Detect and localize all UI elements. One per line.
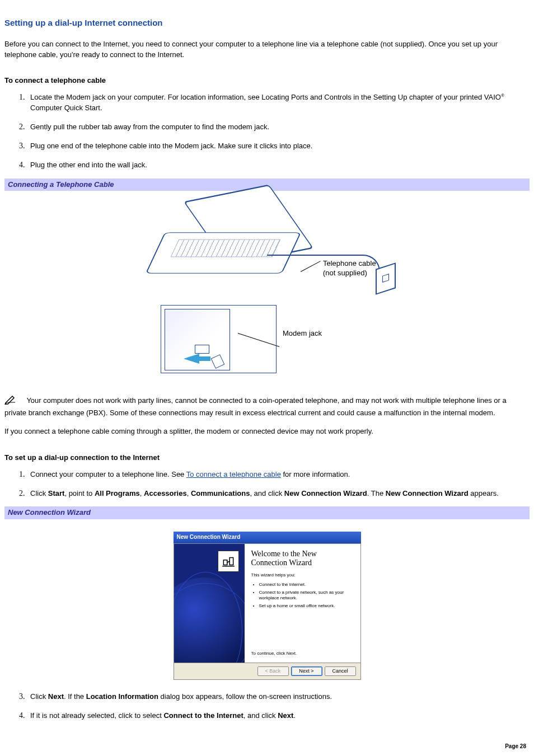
cable-label: Telephone cable (not supplied) — [323, 259, 376, 278]
registered-mark: ® — [501, 93, 504, 98]
splitter-paragraph: If you connect a telephone cable coming … — [4, 426, 530, 437]
list-item: Plug one end of the telephone cable into… — [27, 140, 530, 152]
pencil-note-icon — [4, 395, 17, 408]
section-connect-cable-heading: To connect a telephone cable — [4, 76, 530, 86]
wizard-subtext: This wizard helps you: — [251, 572, 355, 579]
wizard-continue-text: To continue, click Next. — [251, 650, 297, 657]
wall-jack-icon — [376, 262, 396, 295]
list-item: Locate the Modem jack on your computer. … — [27, 92, 530, 114]
wizard-titlebar: New Connection Wizard — [174, 532, 361, 543]
back-button[interactable]: < Back — [257, 666, 289, 676]
list-item: Connect your computer to a telephone lin… — [27, 469, 530, 480]
link-connect-telephone-cable[interactable]: To connect a telephone cable — [186, 470, 281, 478]
dialup-steps-continued: Click Next. If the Location Information … — [4, 691, 530, 721]
figure-wizard-screenshot: New Connection Wizard Welcome to the New… — [4, 519, 530, 691]
wizard-button-row: < Back Next > Cancel — [174, 663, 361, 680]
connect-cable-steps: Locate the Modem jack on your computer. … — [4, 92, 530, 170]
cancel-button[interactable]: Cancel — [325, 666, 356, 676]
section-dialup-heading: To set up a dial-up connection to the In… — [4, 453, 530, 463]
list-item: Gently pull the rubber tab away from the… — [27, 121, 530, 133]
intro-paragraph: Before you can connect to the Internet, … — [4, 39, 530, 60]
list-item: Click Start, point to All Programs, Acce… — [27, 488, 530, 499]
list-item: Click Next. If the Location Information … — [27, 691, 530, 702]
list-item: If it is not already selected, click to … — [27, 710, 530, 721]
step-text: Locate the Modem jack on your computer. … — [30, 93, 501, 101]
step-text: Computer Quick Start. — [30, 104, 102, 112]
wizard-bullet: Set up a home or small office network. — [259, 603, 355, 609]
arrow-icon — [184, 354, 199, 364]
wizard-bullet: Connect to a private network, such as yo… — [259, 590, 355, 601]
page-title: Setting up a dial-up Internet connection — [4, 17, 530, 29]
figure-caption-wizard: New Connection Wizard — [4, 506, 530, 519]
wizard-network-icon — [218, 551, 239, 572]
note-paragraph: Your computer does not work with party l… — [4, 395, 530, 419]
wizard-heading: Welcome to the New Connection Wizard — [251, 550, 355, 567]
dialup-steps: Connect your computer to a telephone lin… — [4, 469, 530, 499]
list-item: Plug the other end into the wall jack. — [27, 159, 530, 171]
figure-cable-diagram: Telephone cable (not supplied) Modem jac… — [4, 191, 530, 395]
wizard-bullet: Connect to the Internet. — [259, 582, 355, 588]
next-button[interactable]: Next > — [291, 666, 322, 676]
modem-jack-label: Modem jack — [283, 328, 322, 339]
